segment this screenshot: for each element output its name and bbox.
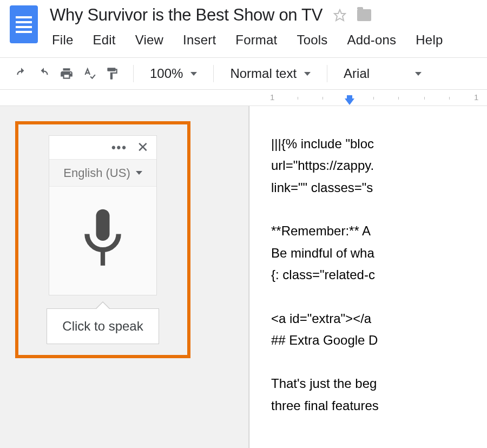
ruler-mark: 1 [270, 93, 274, 102]
toolbar: 100% Normal text Arial [0, 57, 487, 90]
workspace: ••• ✕ English (US) Click to speak [0, 106, 487, 448]
undo-button[interactable] [12, 64, 30, 83]
more-options-icon[interactable]: ••• [111, 141, 127, 155]
ruler-tick [323, 97, 323, 100]
caret-icon [136, 171, 142, 175]
microphone-icon [76, 206, 130, 276]
menu-insert[interactable]: Insert [183, 32, 216, 48]
caret-icon [304, 72, 311, 76]
tooltip-wrap: Click to speak [30, 308, 175, 344]
menu-help[interactable]: Help [416, 32, 443, 48]
title-area: Why Survivor is the Best Show on TV File… [50, 5, 487, 48]
left-panel: ••• ✕ English (US) Click to speak [0, 106, 249, 448]
caret-icon [190, 72, 197, 76]
folder-icon[interactable] [357, 9, 371, 21]
svg-rect-2 [101, 250, 105, 266]
ruler-tick [373, 97, 374, 100]
tooltip: Click to speak [47, 308, 159, 344]
ruler-tick [298, 97, 298, 100]
menu-tools[interactable]: Tools [297, 32, 327, 48]
language-label: English (US) [63, 166, 130, 180]
style-dropdown[interactable]: Normal text [226, 66, 315, 81]
document-title[interactable]: Why Survivor is the Best Show on TV [50, 5, 323, 25]
language-selector[interactable]: English (US) [49, 160, 156, 187]
highlight-box: ••• ✕ English (US) Click to speak [15, 121, 190, 358]
style-value: Normal text [230, 66, 297, 81]
menu-addons[interactable]: Add-ons [347, 32, 397, 48]
ruler[interactable]: 1 1 [0, 90, 487, 106]
toolbar-separator [327, 65, 327, 82]
paint-format-button[interactable] [103, 64, 121, 83]
svg-marker-0 [334, 10, 345, 21]
close-icon[interactable]: ✕ [137, 139, 149, 156]
voice-panel-header: ••• ✕ [49, 136, 156, 160]
redo-button[interactable] [35, 64, 53, 83]
microphone-button[interactable] [49, 187, 156, 295]
toolbar-separator [133, 65, 134, 82]
font-dropdown[interactable]: Arial [339, 66, 426, 81]
spellcheck-button[interactable] [80, 64, 98, 83]
zoom-dropdown[interactable]: 100% [146, 66, 201, 81]
menu-bar: File Edit View Insert Format Tools Add-o… [52, 32, 487, 48]
document-text[interactable]: |||{% include "bloc url="https://zappy. … [249, 133, 487, 417]
menu-view[interactable]: View [135, 32, 163, 48]
menu-edit[interactable]: Edit [93, 32, 115, 48]
docs-icon[interactable] [10, 5, 38, 43]
indent-marker[interactable] [345, 98, 354, 105]
voice-typing-panel: ••• ✕ English (US) [49, 135, 157, 295]
zoom-value: 100% [150, 66, 183, 81]
ruler-tick [449, 97, 450, 100]
print-button[interactable] [57, 64, 76, 83]
svg-rect-1 [96, 209, 110, 241]
star-icon[interactable] [333, 9, 346, 22]
font-value: Arial [344, 66, 370, 81]
document-area[interactable]: |||{% include "bloc url="https://zappy. … [249, 106, 487, 448]
ruler-tick [424, 97, 425, 100]
caret-icon [415, 72, 422, 76]
ruler-mark: 1 [474, 93, 478, 102]
menu-file[interactable]: File [52, 32, 73, 48]
title-row: Why Survivor is the Best Show on TV [50, 5, 487, 25]
toolbar-separator [213, 65, 214, 82]
menu-format[interactable]: Format [235, 32, 277, 48]
ruler-tick [398, 97, 399, 100]
header: Why Survivor is the Best Show on TV File… [0, 0, 487, 48]
